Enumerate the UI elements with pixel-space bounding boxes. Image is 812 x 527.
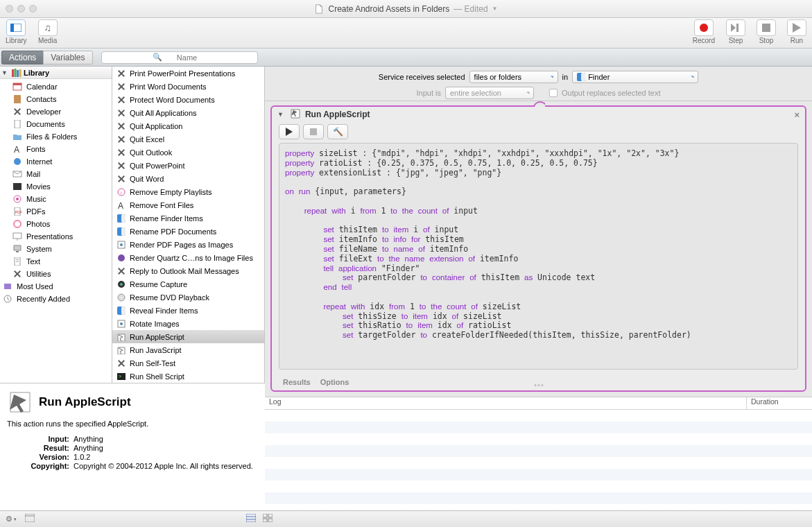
hammer-icon: 🔨	[333, 127, 343, 137]
action-quit-powerpoint[interactable]: Quit PowerPoint	[112, 159, 264, 172]
finder-icon	[116, 227, 126, 236]
action-run-self-test[interactable]: Run Self-Test	[112, 356, 264, 370]
status-bar: ⚙▾	[0, 510, 812, 527]
action-reply-to-outlook-mail-messages[interactable]: Reply to Outlook Mail Messages	[112, 264, 264, 277]
library-item-developer[interactable]: Developer	[0, 105, 112, 118]
library-toggle-button[interactable]: Library	[6, 19, 27, 44]
action-protect-word-documents[interactable]: Protect Word Documents	[112, 93, 264, 106]
action-item-label: Render PDF Pages as Images	[130, 241, 233, 249]
log-header-duration[interactable]: Duration	[747, 397, 812, 409]
action-render-pdf-pages-as-images[interactable]: Render PDF Pages as Images	[112, 238, 264, 251]
output-replaces-checkbox[interactable]	[549, 89, 558, 97]
library-item-documents[interactable]: Documents	[0, 118, 112, 130]
script-editor[interactable]: property sizeList : {"mdpi", "hdpi", "xh…	[279, 143, 798, 370]
library-item-internet[interactable]: Internet	[0, 155, 112, 168]
library-item-fonts[interactable]: AFonts	[0, 143, 112, 155]
tab-actions[interactable]: Actions	[1, 51, 43, 64]
application-select[interactable]: Finder	[572, 71, 698, 83]
tab-variables[interactable]: Variables	[43, 51, 92, 64]
action-remove-font-files[interactable]: ARemove Font Files	[112, 198, 264, 211]
action-run-javascript[interactable]: Run JavaScript	[112, 343, 264, 356]
x-icon	[12, 270, 22, 278]
svg-rect-1	[10, 24, 14, 32]
action-item-label: Quit Word	[130, 175, 164, 183]
x-icon	[116, 69, 126, 78]
title-menu-caret-icon[interactable]: ▼	[492, 6, 498, 12]
library-item-mail[interactable]: Mail	[0, 168, 112, 180]
library-item-text[interactable]: Text	[0, 255, 112, 268]
results-tab[interactable]: Results	[283, 378, 311, 386]
library-header[interactable]: ▼ Library	[0, 67, 112, 79]
library-item-label: Developer	[26, 107, 61, 116]
action-quit-application[interactable]: Quit Application	[112, 119, 264, 132]
preview-icon	[116, 240, 126, 250]
action-quit-word[interactable]: Quit Word	[112, 172, 264, 185]
script-run-button[interactable]	[279, 124, 300, 139]
record-button[interactable]: Record	[693, 19, 715, 44]
view-mode-list-button[interactable]	[246, 514, 256, 524]
log-toggle-button[interactable]	[25, 514, 35, 524]
library-item-files-folders[interactable]: Files & Folders	[0, 130, 112, 143]
svg-rect-10	[15, 120, 20, 128]
action-quit-excel[interactable]: Quit Excel	[112, 132, 264, 146]
script-compile-button[interactable]: 🔨	[327, 124, 348, 139]
svg-rect-5	[17, 70, 19, 77]
stop-button[interactable]: Stop	[757, 19, 776, 44]
run-button[interactable]: Run	[787, 19, 806, 44]
action-rename-pdf-documents[interactable]: Rename PDF Documents	[112, 225, 264, 238]
x-icon	[12, 107, 22, 116]
library-smart-most-used[interactable]: Most Used	[0, 280, 112, 293]
view-mode-icon-button[interactable]	[263, 514, 273, 524]
edited-indicator: — Edited	[453, 4, 487, 14]
library-item-utilities[interactable]: Utilities	[0, 268, 112, 280]
step-button[interactable]: Step	[726, 19, 745, 44]
svg-rect-44	[121, 306, 126, 315]
action-resume-capture[interactable]: Resume Capture	[112, 277, 264, 291]
action-item-label: Print PowerPoint Presentations	[130, 69, 235, 78]
script-stop-button[interactable]	[303, 124, 324, 139]
x-icon	[116, 358, 126, 368]
close-action-button[interactable]: ×	[794, 110, 800, 120]
input-scope-select[interactable]: entire selection	[445, 87, 534, 99]
gear-menu-button[interactable]: ⚙▾	[6, 515, 17, 524]
library-item-calendar[interactable]: Calendar	[0, 80, 112, 93]
globe-icon	[12, 157, 22, 166]
action-title: Run AppleScript	[305, 110, 370, 119]
titlebar: Create Android Assets in Folders — Edite…	[0, 0, 812, 18]
media-label: Media	[38, 37, 57, 44]
library-item-contacts[interactable]: Contacts	[0, 93, 112, 105]
library-item-movies[interactable]: Movies	[0, 180, 112, 193]
options-tab[interactable]: Options	[320, 378, 349, 386]
action-item-label: Remove Empty Playlists	[130, 188, 212, 196]
action-render-quartz-c-ns-to-image-files[interactable]: Render Quartz C…ns to Image Files	[112, 251, 264, 264]
action-quit-all-applications[interactable]: Quit All Applications	[112, 106, 264, 119]
action-item-label: Quit PowerPoint	[130, 162, 184, 170]
action-rename-finder-items[interactable]: Rename Finder Items	[112, 211, 264, 225]
action-resume-dvd-playback[interactable]: Resume DVD Playback	[112, 291, 264, 304]
action-disclosure-icon[interactable]: ▼	[277, 111, 284, 118]
library-item-system[interactable]: System	[0, 243, 112, 255]
library-item-presentations[interactable]: Presentations	[0, 230, 112, 243]
library-item-pdfs[interactable]: PDFPDFs	[0, 205, 112, 218]
svg-rect-6	[19, 69, 21, 77]
action-print-word-documents[interactable]: Print Word Documents	[112, 80, 264, 93]
calendar-icon	[12, 83, 22, 91]
library-item-music[interactable]: Music	[0, 193, 112, 205]
action-run-applescript[interactable]: Run AppleScript	[112, 330, 264, 343]
action-quit-outlook[interactable]: Quit Outlook	[112, 146, 264, 159]
log-header-log[interactable]: Log	[265, 397, 747, 409]
action-reveal-finder-items[interactable]: Reveal Finder Items	[112, 304, 264, 317]
library-smart-recently-added[interactable]: Recently Added	[0, 293, 112, 305]
input-type-select[interactable]: files or folders	[469, 71, 558, 83]
action-remove-empty-playlists[interactable]: ♪Remove Empty Playlists	[112, 185, 264, 198]
music-icon	[12, 195, 22, 203]
action-print-powerpoint-presentations[interactable]: Print PowerPoint Presentations	[112, 67, 264, 80]
action-rotate-images[interactable]: Rotate Images	[112, 317, 264, 330]
resize-grip-icon[interactable]	[534, 384, 543, 386]
action-run-shell-script[interactable]: >Run Shell Script	[112, 370, 264, 383]
disclosure-triangle-icon[interactable]: ▼	[1, 69, 8, 76]
media-toggle-button[interactable]: ♫ Media	[38, 19, 58, 44]
library-item-photos[interactable]: Photos	[0, 218, 112, 230]
x-icon	[116, 95, 126, 105]
search-input[interactable]	[101, 51, 258, 64]
